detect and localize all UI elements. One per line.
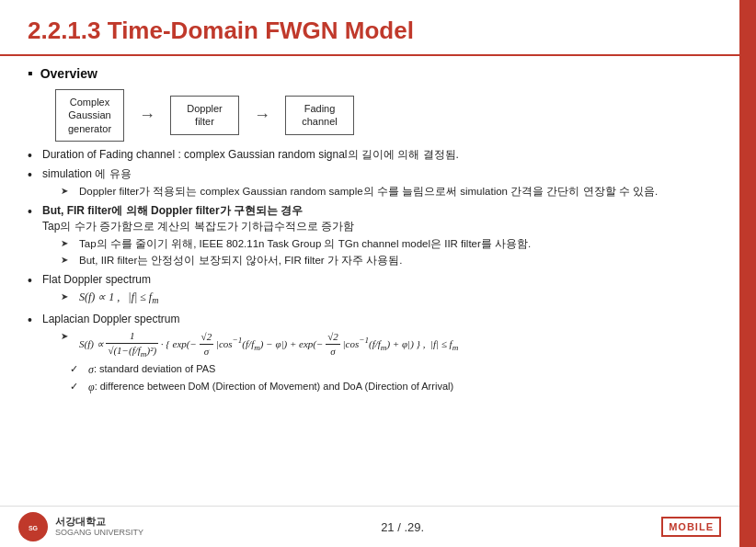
slide-header: 2.2.1.3 Time-Domain FWGN Model	[0, 0, 739, 56]
bullet-flat-doppler: Flat Doppler spectrum S(f) ∝ 1 , |f| ≤ f…	[28, 272, 712, 309]
accent-bar	[739, 0, 756, 547]
arrow-2: →	[239, 106, 285, 125]
mobile-logo: MOBILE	[661, 517, 721, 537]
bullet-laplacian-doppler: Laplacian Doppler spectrum S(f) ∝ 1 √(1−…	[28, 312, 712, 397]
bullet-1: Duration of Fading channel : complex Gau…	[28, 147, 712, 164]
sub-list-3: Tap의 수를 줄이기 위해, IEEE 802.11n Task Group …	[61, 236, 531, 268]
bullet-2: simulation 에 유용 Doppler filter가 적용되는 com…	[28, 166, 712, 200]
footer-right: MOBILE	[661, 517, 721, 537]
sub-list-2: Doppler filter가 적용되는 complex Gaussian ra…	[61, 184, 658, 199]
arrow-1: →	[124, 106, 170, 125]
slide-title: 2.2.1.3 Time-Domain FWGN Model	[28, 17, 712, 45]
page-number: 21 / .29.	[381, 520, 424, 534]
sub-list-4: S(f) ∝ 1 , |f| ≤ fm	[61, 290, 158, 307]
sub-4-1: S(f) ∝ 1 , |f| ≤ fm	[61, 290, 158, 307]
sub-3-1: Tap의 수를 줄이기 위해, IEEE 802.11n Task Group …	[61, 236, 531, 251]
sub-2-1: Doppler filter가 적용되는 complex Gaussian ra…	[61, 184, 658, 199]
slide-content: Overview ComplexGaussiangenerator → Dopp…	[0, 56, 739, 410]
slide-footer: SG 서강대학교 SOGANG UNIVERSITY 21 / .29. MOB…	[0, 506, 739, 547]
sub-list-5: S(f) ∝ 1 √(1−(f/fm)²) · { exp(− √2 σ	[61, 329, 458, 360]
block-fading-channel: Fadingchannel	[285, 96, 354, 135]
block-diagram: ComplexGaussiangenerator → Dopplerfilter…	[55, 89, 712, 142]
sub-5-1: S(f) ∝ 1 √(1−(f/fm)²) · { exp(− √2 σ	[61, 329, 458, 360]
check-list-5: σ : standard deviation of PAS φ : differ…	[70, 362, 458, 395]
sogang-logo-icon: SG	[18, 512, 48, 541]
sub-3-2: But, IIR filter는 안정성이 보장되지 않아서, FIR filt…	[61, 253, 531, 268]
check-5-1: σ : standard deviation of PAS	[70, 362, 458, 378]
block-doppler-filter: Dopplerfilter	[170, 96, 239, 135]
bullet-3: But, FIR filter에 의해 Doppler filter가 구현되는…	[28, 203, 712, 269]
main-bullet-list: Duration of Fading channel : complex Gau…	[28, 147, 712, 397]
footer-left: SG 서강대학교 SOGANG UNIVERSITY	[18, 512, 143, 541]
university-name: 서강대학교 SOGANG UNIVERSITY	[55, 516, 143, 538]
section-title: Overview	[28, 65, 712, 82]
slide: 2.2.1.3 Time-Domain FWGN Model Overview …	[0, 0, 756, 547]
svg-text:SG: SG	[29, 525, 39, 531]
check-5-2: φ : difference between DoM (Direction of…	[70, 380, 458, 395]
block-complex-gaussian: ComplexGaussiangenerator	[55, 89, 124, 142]
